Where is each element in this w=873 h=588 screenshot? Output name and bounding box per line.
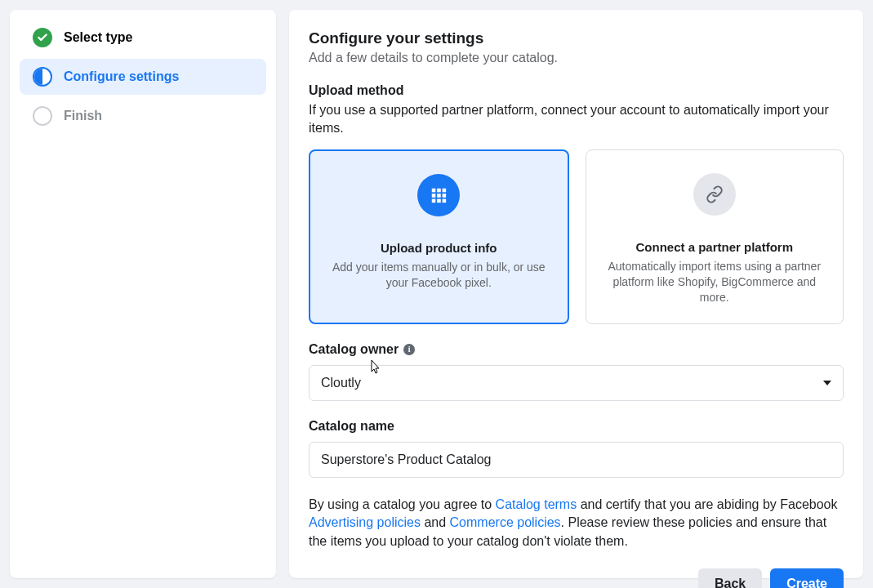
stepper-sidebar: Select type Configure settings Finish [10,10,276,578]
chevron-down-icon [823,381,831,385]
step-configure-settings[interactable]: Configure settings [20,59,266,95]
step-label: Finish [64,109,102,123]
select-value: Cloutly [321,376,361,390]
check-icon [33,28,52,47]
upload-method-cards: Upload product info Add your items manua… [309,149,844,324]
commerce-policies-link[interactable]: Commerce policies [450,515,561,529]
card-upload-product-info[interactable]: Upload product info Add your items manua… [309,149,569,324]
card-title: Connect a partner platform [635,240,793,254]
grid-icon [417,174,460,216]
upload-method-title: Upload method [309,83,844,98]
link-icon [693,173,736,216]
catalog-terms-link[interactable]: Catalog terms [496,497,577,511]
svg-rect-7 [437,199,441,203]
step-select-type[interactable]: Select type [20,20,266,56]
card-title: Upload product info [381,241,497,255]
upload-method-desc: If you use a supported partner platform,… [309,101,844,136]
svg-rect-5 [443,194,447,198]
advertising-policies-link[interactable]: Advertising policies [309,515,421,529]
svg-rect-1 [437,189,441,193]
page-title: Configure your settings [309,29,844,47]
step-finish[interactable]: Finish [20,98,266,134]
card-connect-partner-platform[interactable]: Connect a partner platform Automatically… [586,149,844,324]
footer-buttons: Back Create [309,568,844,588]
empty-circle-icon [33,106,52,126]
half-circle-icon [33,67,52,87]
step-label: Select type [64,30,132,45]
catalog-owner-label: Catalog owner i [309,342,844,357]
label-text: Catalog owner [309,342,399,357]
svg-rect-4 [437,194,441,198]
create-button[interactable]: Create [770,568,844,588]
svg-rect-8 [443,199,447,203]
info-icon[interactable]: i [403,344,415,355]
consent-text: By using a catalog you agree to Catalog … [309,496,844,550]
page-subtitle: Add a few details to complete your catal… [309,51,844,65]
back-button[interactable]: Back [698,568,762,588]
svg-rect-6 [432,199,436,203]
svg-rect-3 [432,194,436,198]
step-label: Configure settings [64,69,179,84]
catalog-name-input[interactable] [309,442,844,478]
catalog-owner-select[interactable]: Cloutly [309,365,844,401]
catalog-name-label: Catalog name [309,419,844,434]
card-desc: Automatically import items using a partn… [601,259,829,305]
svg-rect-0 [432,189,436,193]
main-panel: Configure your settings Add a few detail… [289,10,863,578]
card-desc: Add your items manually or in bulk, or u… [325,260,553,291]
svg-rect-2 [443,189,447,193]
